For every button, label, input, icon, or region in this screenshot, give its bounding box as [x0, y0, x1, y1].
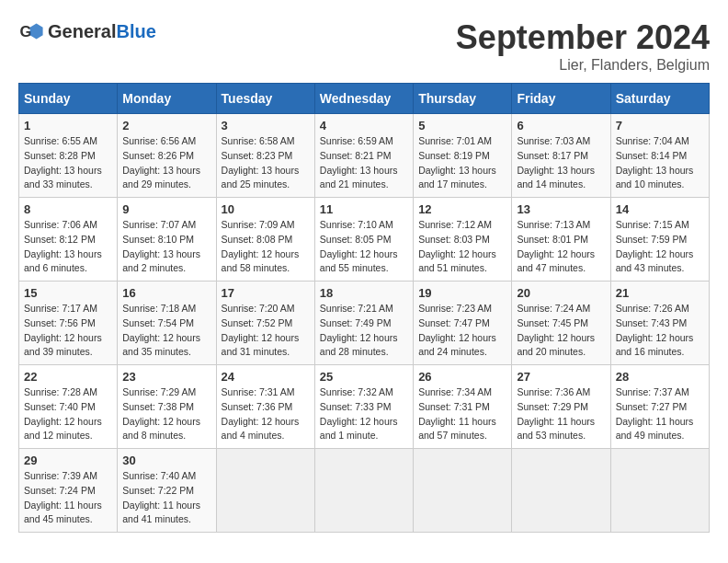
calendar-cell: 3Sunrise: 6:58 AMSunset: 8:23 PMDaylight…	[216, 114, 314, 198]
day-number: 12	[418, 202, 506, 216]
day-info: Sunrise: 7:17 AMSunset: 7:56 PMDaylight:…	[24, 302, 112, 360]
calendar-cell: 26Sunrise: 7:34 AMSunset: 7:31 PMDayligh…	[414, 365, 512, 449]
logo: G GeneralBlue	[18, 18, 156, 44]
calendar-cell: 1Sunrise: 6:55 AMSunset: 8:28 PMDaylight…	[19, 114, 118, 198]
daylight-text: Daylight: 12 hours and 28 minutes.	[320, 332, 398, 358]
month-title: September 2024	[456, 18, 710, 57]
day-info: Sunrise: 7:20 AMSunset: 7:52 PMDaylight:…	[222, 302, 310, 360]
calendar-cell: 23Sunrise: 7:29 AMSunset: 7:38 PMDayligh…	[118, 365, 216, 449]
sunset-text: Sunset: 7:45 PM	[517, 317, 588, 328]
day-number: 28	[616, 370, 704, 384]
sunset-text: Sunset: 8:21 PM	[320, 150, 392, 161]
calendar-week-2: 8Sunrise: 7:06 AMSunset: 8:12 PMDaylight…	[19, 198, 710, 282]
day-number: 7	[616, 119, 704, 132]
day-number: 30	[122, 454, 210, 467]
day-info: Sunrise: 7:28 AMSunset: 7:40 PMDaylight:…	[24, 385, 112, 443]
day-info: Sunrise: 7:12 AMSunset: 8:03 PMDaylight:…	[418, 218, 506, 276]
day-number: 9	[122, 202, 210, 216]
day-number: 15	[24, 286, 112, 300]
calendar-cell: 15Sunrise: 7:17 AMSunset: 7:56 PMDayligh…	[19, 282, 118, 365]
sunset-text: Sunset: 7:49 PM	[320, 317, 392, 328]
sunrise-text: Sunrise: 7:36 AM	[517, 386, 590, 397]
sunrise-text: Sunrise: 7:26 AM	[616, 303, 689, 314]
daylight-text: Daylight: 12 hours and 51 minutes.	[418, 248, 496, 274]
daylight-text: Daylight: 12 hours and 39 minutes.	[24, 332, 102, 358]
sunset-text: Sunset: 8:03 PM	[418, 234, 490, 245]
day-number: 3	[222, 119, 310, 132]
daylight-text: Daylight: 13 hours and 2 minutes.	[122, 248, 200, 274]
daylight-text: Daylight: 13 hours and 17 minutes.	[418, 165, 496, 190]
daylight-text: Daylight: 13 hours and 25 minutes.	[222, 165, 300, 190]
daylight-text: Daylight: 13 hours and 14 minutes.	[517, 165, 595, 190]
daylight-text: Daylight: 12 hours and 55 minutes.	[320, 248, 398, 274]
sunrise-text: Sunrise: 6:58 AM	[222, 135, 295, 146]
day-info: Sunrise: 7:21 AMSunset: 7:49 PMDaylight:…	[320, 302, 408, 360]
daylight-text: Daylight: 12 hours and 8 minutes.	[122, 416, 200, 442]
sunset-text: Sunset: 7:22 PM	[122, 485, 194, 496]
daylight-text: Daylight: 12 hours and 31 minutes.	[222, 332, 300, 358]
location-title: Lier, Flanders, Belgium	[456, 57, 710, 74]
day-number: 8	[24, 202, 112, 216]
calendar-cell: 6Sunrise: 7:03 AMSunset: 8:17 PMDaylight…	[512, 114, 610, 198]
sunset-text: Sunset: 8:08 PM	[222, 234, 293, 245]
sunrise-text: Sunrise: 7:31 AM	[222, 386, 295, 397]
logo-general: General	[48, 21, 116, 41]
day-number: 14	[616, 202, 704, 216]
sunrise-text: Sunrise: 7:12 AM	[418, 219, 492, 230]
sunrise-text: Sunrise: 7:29 AM	[122, 386, 196, 397]
daylight-text: Daylight: 13 hours and 29 minutes.	[122, 165, 200, 190]
calendar-week-1: 1Sunrise: 6:55 AMSunset: 8:28 PMDaylight…	[19, 114, 710, 198]
daylight-text: Daylight: 11 hours and 41 minutes.	[122, 500, 200, 525]
sunrise-text: Sunrise: 7:09 AM	[222, 219, 295, 230]
day-info: Sunrise: 7:32 AMSunset: 7:33 PMDaylight:…	[320, 385, 408, 443]
sunrise-text: Sunrise: 7:39 AM	[24, 470, 97, 481]
day-number: 22	[24, 370, 112, 384]
calendar-cell: 25Sunrise: 7:32 AMSunset: 7:33 PMDayligh…	[314, 365, 413, 449]
sunrise-text: Sunrise: 7:37 AM	[616, 386, 689, 397]
sunrise-text: Sunrise: 7:04 AM	[616, 135, 689, 146]
weekday-header-sunday: Sunday	[19, 84, 118, 114]
logo-icon: G	[18, 18, 44, 44]
calendar-week-4: 22Sunrise: 7:28 AMSunset: 7:40 PMDayligh…	[19, 365, 710, 449]
day-info: Sunrise: 7:34 AMSunset: 7:31 PMDaylight:…	[418, 385, 506, 443]
day-info: Sunrise: 7:04 AMSunset: 8:14 PMDaylight:…	[616, 134, 704, 192]
weekday-header-tuesday: Tuesday	[216, 84, 314, 114]
calendar-cell: 11Sunrise: 7:10 AMSunset: 8:05 PMDayligh…	[314, 198, 413, 282]
sunset-text: Sunset: 8:12 PM	[24, 234, 96, 245]
sunrise-text: Sunrise: 7:06 AM	[24, 219, 97, 230]
day-number: 11	[320, 202, 408, 216]
day-number: 24	[222, 370, 310, 384]
calendar-cell: 27Sunrise: 7:36 AMSunset: 7:29 PMDayligh…	[512, 365, 610, 449]
day-info: Sunrise: 7:23 AMSunset: 7:47 PMDaylight:…	[418, 302, 506, 360]
sunset-text: Sunset: 8:23 PM	[222, 150, 293, 161]
daylight-text: Daylight: 12 hours and 12 minutes.	[24, 416, 102, 442]
day-info: Sunrise: 7:36 AMSunset: 7:29 PMDaylight:…	[517, 385, 605, 443]
day-number: 25	[320, 370, 408, 384]
daylight-text: Daylight: 12 hours and 4 minutes.	[222, 416, 300, 442]
day-info: Sunrise: 7:26 AMSunset: 7:43 PMDaylight:…	[616, 302, 704, 360]
day-info: Sunrise: 7:39 AMSunset: 7:24 PMDaylight:…	[24, 469, 112, 527]
sunset-text: Sunset: 8:01 PM	[517, 234, 588, 245]
sunrise-text: Sunrise: 7:03 AM	[517, 135, 590, 146]
daylight-text: Daylight: 11 hours and 49 minutes.	[616, 416, 694, 442]
sunrise-text: Sunrise: 7:17 AM	[24, 303, 97, 314]
sunset-text: Sunset: 8:19 PM	[418, 150, 490, 161]
sunrise-text: Sunrise: 7:07 AM	[122, 219, 196, 230]
daylight-text: Daylight: 12 hours and 24 minutes.	[418, 332, 496, 358]
daylight-text: Daylight: 11 hours and 53 minutes.	[517, 416, 595, 442]
calendar-cell: 16Sunrise: 7:18 AMSunset: 7:54 PMDayligh…	[118, 282, 216, 365]
day-number: 6	[517, 119, 605, 132]
calendar-cell: 4Sunrise: 6:59 AMSunset: 8:21 PMDaylight…	[314, 114, 413, 198]
calendar-week-3: 15Sunrise: 7:17 AMSunset: 7:56 PMDayligh…	[19, 282, 710, 365]
day-number: 13	[517, 202, 605, 216]
day-number: 5	[418, 119, 506, 132]
calendar-cell: 29Sunrise: 7:39 AMSunset: 7:24 PMDayligh…	[19, 449, 118, 533]
daylight-text: Daylight: 12 hours and 47 minutes.	[517, 248, 595, 274]
daylight-text: Daylight: 13 hours and 10 minutes.	[616, 165, 694, 190]
sunset-text: Sunset: 8:17 PM	[517, 150, 588, 161]
calendar-cell: 21Sunrise: 7:26 AMSunset: 7:43 PMDayligh…	[610, 282, 709, 365]
day-info: Sunrise: 7:10 AMSunset: 8:05 PMDaylight:…	[320, 218, 408, 276]
calendar-cell: 22Sunrise: 7:28 AMSunset: 7:40 PMDayligh…	[19, 365, 118, 449]
day-info: Sunrise: 6:56 AMSunset: 8:26 PMDaylight:…	[122, 134, 210, 192]
day-info: Sunrise: 7:18 AMSunset: 7:54 PMDaylight:…	[122, 302, 210, 360]
